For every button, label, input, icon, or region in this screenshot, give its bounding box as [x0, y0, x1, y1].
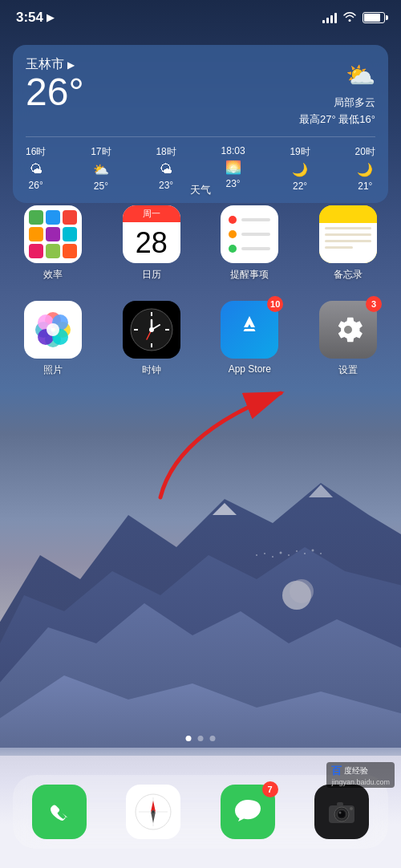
settings-svg	[330, 312, 366, 347]
time-display: 3:54	[16, 10, 43, 26]
signal-bar-4	[334, 13, 337, 23]
hour-icon-3: 🌤	[160, 162, 172, 176]
hour-icon-1: 🌤	[30, 162, 43, 176]
page-dots	[186, 736, 216, 741]
dock-phone[interactable]	[32, 785, 87, 839]
battery-icon	[363, 12, 385, 23]
page-dot-2	[198, 736, 204, 741]
weather-top: 玉林市 ▶ 26° ⛅ 局部多云 最高27° 最低16°	[26, 56, 375, 128]
notes-top	[319, 205, 377, 223]
app-settings[interactable]: 3 设置	[308, 301, 388, 377]
app-row-1: 效率 周一 28 日历	[13, 205, 388, 282]
eff-cell-8	[46, 244, 60, 258]
svg-rect-43	[337, 802, 343, 806]
svg-point-41	[338, 812, 341, 814]
svg-point-7	[296, 550, 298, 552]
reminders-label: 提醒事项	[230, 268, 269, 282]
hour-time-3: 18时	[156, 145, 176, 159]
eff-cell-4	[29, 227, 43, 241]
safari-icon	[126, 785, 180, 839]
weather-condition: 局部多云	[299, 95, 375, 112]
notes-line-1	[325, 227, 371, 229]
status-icons	[322, 11, 385, 24]
calendar-day-name: 周一	[123, 205, 180, 222]
signal-bar-1	[322, 20, 325, 23]
notes-line-2	[325, 233, 371, 236]
weather-condition-icon: ⛅	[299, 56, 375, 95]
hour-time-5: 19时	[290, 145, 310, 159]
photos-flower-svg	[32, 309, 74, 351]
svg-point-8	[304, 553, 306, 554]
notes-line-4	[325, 246, 353, 249]
app-appstore[interactable]: 10 App Store	[209, 301, 290, 377]
appstore-badge: 10	[267, 296, 283, 312]
reminder-bar-3	[241, 247, 270, 250]
appstore-svg	[231, 311, 268, 348]
dock-safari[interactable]	[126, 785, 180, 839]
svg-point-42	[350, 807, 353, 810]
eff-cell-9	[63, 244, 77, 258]
clock-label: 时钟	[142, 363, 161, 377]
weather-hour-4: 18:03 🌅 23°	[221, 145, 245, 192]
hour-time-1: 16时	[26, 145, 46, 159]
baidu-icon: 百	[331, 764, 342, 778]
app-photos[interactable]: 照片	[13, 301, 93, 377]
calendar-icon-inner: 周一 28	[123, 205, 180, 263]
reminder-line-2	[229, 230, 270, 238]
eff-cell-2	[46, 210, 60, 225]
status-time: 3:54 ▶	[16, 10, 54, 26]
weather-hour-3: 18时 🌤 23°	[156, 145, 176, 192]
reminder-dot-3	[229, 245, 237, 253]
efficiency-icon	[24, 205, 82, 263]
efficiency-label: 效率	[43, 268, 63, 282]
svg-point-4	[272, 556, 273, 558]
hour-icon-6: 🌙	[357, 162, 373, 177]
svg-point-28	[149, 327, 154, 332]
app-notes[interactable]: 备忘录	[308, 205, 388, 282]
settings-label: 设置	[338, 363, 358, 377]
clock-icon-inner	[123, 301, 180, 359]
status-bar: 3:54 ▶	[0, 0, 401, 35]
weather-high-low: 最高27° 最低16°	[299, 112, 375, 128]
location-icon: ▶	[67, 59, 75, 71]
reminder-bar-1	[241, 218, 270, 221]
wifi-icon	[343, 11, 356, 24]
dock-camera[interactable]	[314, 785, 369, 839]
efficiency-icon-inner	[24, 205, 82, 263]
calendar-icon: 周一 28	[123, 205, 180, 263]
svg-point-1	[290, 579, 314, 603]
reminder-dot-2	[229, 230, 237, 238]
hour-temp-3: 23°	[159, 180, 173, 191]
dock-messages[interactable]: 7	[221, 785, 275, 839]
svg-point-2	[256, 554, 257, 556]
svg-point-10	[320, 553, 322, 554]
watermark: 百 度经验 jingyan.baidu.com	[326, 762, 395, 788]
calendar-date-number: 28	[123, 222, 180, 263]
camera-icon	[314, 785, 369, 839]
app-clock[interactable]: 时钟	[111, 301, 192, 377]
hour-temp-5: 22°	[293, 180, 307, 192]
calendar-label: 日历	[142, 268, 161, 282]
eff-cell-3	[63, 210, 77, 225]
weather-widget[interactable]: 玉林市 ▶ 26° ⛅ 局部多云 最高27° 最低16° 16时 🌤 26° 1…	[13, 45, 388, 203]
notes-icon-inner	[319, 205, 377, 263]
weather-section-label: 天气	[190, 183, 211, 197]
weather-hour-5: 19时 🌙 22°	[290, 145, 310, 192]
svg-point-19	[47, 323, 59, 336]
hour-icon-4: 🌅	[225, 160, 241, 175]
photos-icon-inner	[24, 301, 82, 359]
eff-cell-6	[63, 227, 77, 241]
photos-icon	[24, 301, 82, 359]
reminders-icon	[221, 205, 278, 263]
hour-temp-1: 26°	[29, 180, 43, 191]
svg-point-9	[312, 550, 314, 552]
watermark-url: jingyan.baidu.com	[331, 778, 390, 786]
weather-hour-2: 17时 ⛅ 25°	[91, 145, 111, 192]
mountain-background	[0, 355, 401, 756]
app-grid: 效率 周一 28 日历	[13, 205, 388, 396]
weather-hour-1: 16时 🌤 26°	[26, 145, 46, 192]
app-efficiency[interactable]: 效率	[13, 205, 93, 282]
app-reminders[interactable]: 提醒事项	[209, 205, 290, 282]
eff-cell-1	[29, 210, 43, 225]
app-calendar[interactable]: 周一 28 日历	[111, 205, 192, 282]
